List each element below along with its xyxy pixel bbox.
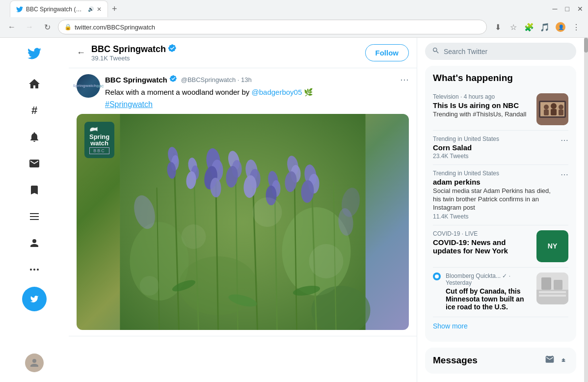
bookmark-star-icon[interactable]: ☆ (507, 20, 520, 34)
url-bar[interactable]: 🔒 twitter.com/BBCSpringwatch (58, 20, 487, 34)
sidebar-item-explore[interactable]: # (22, 98, 47, 123)
tweet-author-info: BBC Springwatch @BBCSpringwatch · 13h (105, 75, 252, 84)
back-button[interactable]: ← (77, 48, 85, 58)
sidebar-user-avatar[interactable] (25, 354, 44, 377)
svg-point-55 (182, 224, 206, 249)
forward-nav-button[interactable]: → (23, 20, 36, 34)
twitter-search-bar[interactable] (425, 43, 576, 60)
covid-thumbnail: NY (536, 230, 568, 262)
sidebar-item-home[interactable] (22, 72, 47, 96)
trending-name-covid: COVID-19: News and updates for New York (433, 238, 532, 255)
sidebar-item-notifications[interactable] (22, 125, 47, 149)
search-icon (432, 47, 440, 56)
extensions-icon[interactable]: 🧩 (522, 20, 536, 34)
lock-icon: 🔒 (64, 24, 72, 30)
tweet-handle: @BBCSpringwatch · 13h (181, 76, 252, 83)
sidebar-item-bookmarks[interactable] (22, 178, 47, 202)
trending-count-corn: 23.4K Tweets (433, 153, 499, 160)
trending-covid-text: COVID-19 · LIVE COVID-19: News and updat… (433, 230, 532, 256)
trending-meta-corn: Trending in United States (433, 136, 499, 142)
tab-close-btn[interactable]: ✕ (97, 6, 102, 13)
svg-point-57 (140, 276, 160, 296)
trending-item-minnesota[interactable]: Bloomberg Quickta... ✓ · Yesterday Cut o… (433, 268, 568, 317)
trending-item-this-is-us[interactable]: Television · 4 hours ago This Is Us airi… (433, 88, 568, 131)
profile-display-name: BBC Springwatch (91, 44, 177, 55)
tweet-compose-button[interactable] (22, 287, 47, 311)
messages-actions (545, 355, 568, 367)
svg-point-56 (309, 244, 344, 278)
profile-header: ← BBC Springwatch 39.1K Tweets Follow (69, 38, 417, 68)
tweet-author-name: BBC Springwatch (105, 76, 167, 84)
media-control-icon[interactable]: 🎵 (538, 20, 552, 34)
svg-rect-67 (551, 109, 557, 115)
tweet-text: Relax with a moment a woodland wonder by… (105, 87, 409, 97)
download-icon[interactable]: ⬇ (491, 20, 505, 34)
tab-title: BBC Springwatch (@BBCSpr... (26, 6, 85, 13)
minimize-button[interactable]: ─ (553, 5, 558, 13)
trending-item-covid[interactable]: COVID-19 · LIVE COVID-19: News and updat… (433, 225, 568, 268)
main-feed: ← BBC Springwatch 39.1K Tweets Follow (69, 38, 417, 382)
trending-item-corn-salad[interactable]: Trending in United States Corn Salad 23.… (433, 131, 568, 165)
svg-point-9 (32, 359, 36, 363)
tweet-image[interactable]: Spring watch BBC (77, 114, 409, 330)
collapse-messages-button[interactable] (559, 355, 568, 367)
sidebar-item-messages[interactable] (22, 151, 47, 176)
svg-point-66 (551, 103, 557, 109)
compose-message-button[interactable] (545, 355, 555, 367)
trending-meta-covid: COVID-19 · LIVE (433, 230, 532, 237)
svg-rect-2 (30, 213, 39, 214)
back-nav-button[interactable]: ← (5, 20, 19, 34)
scrollbar-thumb[interactable] (584, 38, 588, 53)
bluebell-svg (77, 114, 409, 330)
address-actions: ⬇ ☆ 🧩 🎵 👤 ⋮ (491, 20, 583, 34)
tweet-hashtag-line: #Springwatch (105, 100, 409, 109)
trending-meta-adam: Trending in United States (433, 170, 561, 177)
follow-button[interactable]: Follow (365, 44, 409, 61)
tweet-author-row: BBC Springwatch @BBCSpringwatch · 13h ⋯ (105, 74, 409, 85)
svg-rect-65 (544, 109, 549, 115)
right-scrollbar[interactable] (584, 38, 588, 382)
tab-favicon (16, 6, 23, 13)
trending-item-adam-perkins[interactable]: Trending in United States adam perkins S… (433, 165, 568, 225)
right-panel: What's happening Television · 4 hours ag… (417, 38, 584, 382)
trending-more-corn[interactable]: ⋯ (561, 136, 568, 145)
refresh-button[interactable]: ↻ (40, 20, 54, 34)
close-button[interactable]: ✕ (577, 5, 583, 13)
trending-item-header: Trending in United States Corn Salad 23.… (433, 136, 568, 160)
messages-header: Messages (433, 355, 568, 367)
maximize-button[interactable]: □ (565, 5, 569, 13)
trending-name-minn: Cut off by Canada, this Minnesota town b… (446, 287, 532, 311)
svg-rect-76 (554, 280, 562, 290)
tweet-author-avatar[interactable]: Spring watch BBC (77, 74, 100, 98)
svg-point-68 (559, 105, 563, 109)
messages-box: Messages (425, 348, 576, 374)
chrome-menu-icon[interactable]: ⋮ (569, 20, 583, 34)
show-more-link[interactable]: Show more (433, 317, 568, 335)
svg-rect-4 (30, 219, 39, 220)
svg-rect-75 (541, 277, 551, 290)
trending-more-adam[interactable]: ⋯ (561, 170, 568, 179)
tweet-more-button[interactable]: ⋯ (400, 74, 409, 85)
search-input[interactable] (444, 48, 569, 55)
tweet-mention[interactable]: @badgerboy05 (252, 88, 302, 96)
messages-title: Messages (433, 355, 478, 366)
sidebar-item-more[interactable] (22, 257, 47, 282)
tweet-hashtag[interactable]: #Springwatch (105, 100, 153, 109)
profile-avatar-icon[interactable]: 👤 (554, 20, 567, 34)
window-controls: ─ □ ✕ (553, 5, 583, 13)
trending-text-block: Television · 4 hours ago This Is Us airi… (433, 93, 532, 119)
twitter-logo[interactable] (24, 43, 45, 68)
trending-covid-row: COVID-19 · LIVE COVID-19: News and updat… (433, 230, 568, 262)
sidebar-item-lists[interactable] (22, 204, 47, 229)
browser-tab[interactable]: BBC Springwatch (@BBCSpr... 🔊 ✕ (10, 0, 108, 17)
tweet-item: Spring watch BBC BBC Springwatch @BBCSpr… (69, 68, 417, 336)
trending-text: Trending in United States Corn Salad 23.… (433, 136, 499, 160)
svg-rect-69 (559, 109, 563, 115)
tweet-media: Spring watch BBC (77, 114, 409, 330)
sidebar-item-profile[interactable] (22, 231, 47, 255)
springwatch-watermark: Spring watch BBC (84, 122, 114, 158)
new-tab-button[interactable]: + (108, 4, 121, 14)
svg-rect-73 (539, 291, 566, 293)
trending-name: This Is Us airing on NBC (433, 101, 532, 109)
sidebar: # (0, 38, 69, 382)
